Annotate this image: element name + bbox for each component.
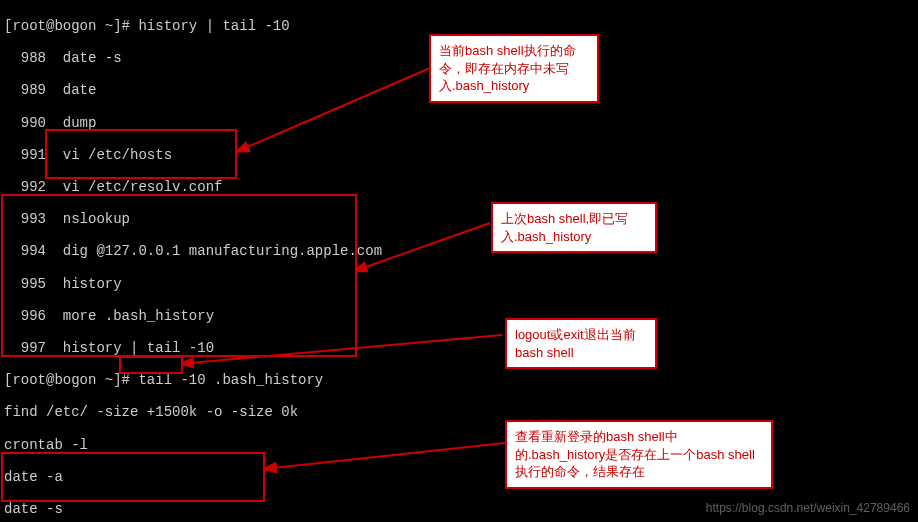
watermark-text: https://blog.csdn.net/weixin_42789466 <box>706 502 910 516</box>
history-line: 990 dump <box>4 115 914 131</box>
history-line: 991 vi /etc/hosts <box>4 147 914 163</box>
history-line: 992 vi /etc/resolv.conf <box>4 179 914 195</box>
history-line: 994 dig @127.0.0.1 manufacturing.apple.c… <box>4 243 914 259</box>
bashhist-line: crontab -l <box>4 437 914 453</box>
history-line: 997 history | tail -10 <box>4 340 914 356</box>
history-line: 995 history <box>4 276 914 292</box>
history-line: 993 nslookup <box>4 211 914 227</box>
callout-logout: logout或exit退出当前bash shell <box>505 318 657 369</box>
callout-prev-shell: 上次bash shell,即已写入.bash_history <box>491 202 657 253</box>
bashhist-line: find /etc/ -size +1500k -o -size 0k <box>4 404 914 420</box>
bashhist-line: date -a <box>4 469 914 485</box>
callout-verify: 查看重新登录的bash shell中的.bash_history是否存在上一个b… <box>505 420 773 489</box>
prompt-line[interactable]: [root@bogon ~]# tail -10 .bash_history <box>4 372 914 388</box>
prompt-line[interactable]: [root@bogon ~]# history | tail -10 <box>4 18 914 34</box>
history-line: 996 more .bash_history <box>4 308 914 324</box>
callout-current-shell: 当前bash shell执行的命令，即存在内存中未写入.bash_history <box>429 34 599 103</box>
